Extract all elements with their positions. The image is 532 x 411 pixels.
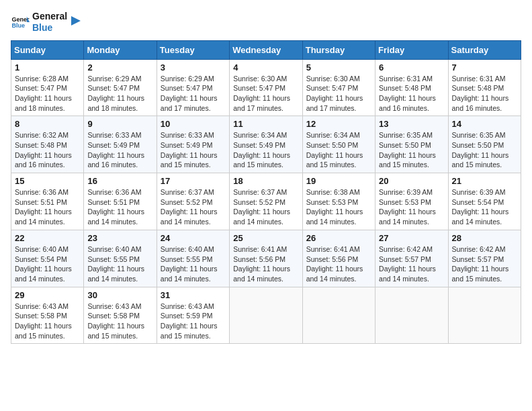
calendar-cell: 11Sunrise: 6:34 AM Sunset: 5:49 PM Dayli… [230, 116, 302, 173]
day-number: 15 [15, 176, 80, 186]
day-number: 11 [233, 119, 298, 129]
day-number: 22 [15, 233, 80, 243]
day-number: 25 [233, 233, 298, 243]
day-info: Sunrise: 6:32 AM Sunset: 5:48 PM Dayligh… [15, 130, 80, 170]
day-number: 8 [15, 119, 80, 129]
calendar-cell [375, 287, 448, 344]
day-number: 24 [161, 233, 226, 243]
calendar-header: SundayMondayTuesdayWednesdayThursdayFrid… [11, 40, 521, 59]
calendar-cell: 19Sunrise: 6:38 AM Sunset: 5:53 PM Dayli… [302, 173, 375, 230]
day-number: 20 [379, 176, 444, 186]
day-number: 29 [15, 290, 80, 300]
day-info: Sunrise: 6:43 AM Sunset: 5:59 PM Dayligh… [161, 302, 226, 341]
day-number: 21 [452, 176, 517, 186]
calendar-cell: 23Sunrise: 6:40 AM Sunset: 5:55 PM Dayli… [84, 230, 157, 287]
calendar-cell: 21Sunrise: 6:39 AM Sunset: 5:54 PM Dayli… [448, 173, 521, 230]
day-number: 7 [452, 62, 517, 73]
day-number: 31 [161, 290, 226, 300]
day-number: 23 [87, 233, 152, 243]
calendar-cell: 6Sunrise: 6:31 AM Sunset: 5:48 PM Daylig… [375, 59, 448, 116]
day-number: 2 [87, 62, 152, 73]
day-info: Sunrise: 6:28 AM Sunset: 5:47 PM Dayligh… [15, 74, 80, 113]
day-info: Sunrise: 6:35 AM Sunset: 5:50 PM Dayligh… [452, 130, 517, 170]
column-header-friday: Friday [375, 40, 448, 59]
day-info: Sunrise: 6:43 AM Sunset: 5:58 PM Dayligh… [15, 302, 80, 341]
calendar-cell: 30Sunrise: 6:43 AM Sunset: 5:58 PM Dayli… [84, 287, 157, 344]
day-info: Sunrise: 6:35 AM Sunset: 5:50 PM Dayligh… [379, 130, 444, 170]
calendar-cell: 5Sunrise: 6:30 AM Sunset: 5:47 PM Daylig… [302, 59, 375, 116]
day-number: 27 [379, 233, 444, 243]
day-info: Sunrise: 6:41 AM Sunset: 5:56 PM Dayligh… [233, 244, 298, 284]
calendar-cell: 27Sunrise: 6:42 AM Sunset: 5:57 PM Dayli… [375, 230, 448, 287]
day-number: 3 [161, 62, 226, 73]
day-number: 13 [379, 119, 444, 129]
day-number: 14 [452, 119, 517, 129]
logo-arrow-icon [69, 13, 83, 28]
day-number: 12 [306, 119, 371, 129]
day-number: 30 [87, 290, 152, 300]
day-info: Sunrise: 6:31 AM Sunset: 5:48 PM Dayligh… [379, 74, 444, 113]
day-number: 16 [87, 176, 152, 186]
day-number: 1 [15, 62, 80, 73]
day-info: Sunrise: 6:34 AM Sunset: 5:50 PM Dayligh… [306, 130, 371, 170]
calendar-cell: 24Sunrise: 6:40 AM Sunset: 5:55 PM Dayli… [157, 230, 229, 287]
day-info: Sunrise: 6:36 AM Sunset: 5:51 PM Dayligh… [15, 187, 80, 227]
svg-text:Blue: Blue [11, 22, 25, 29]
svg-marker-3 [71, 16, 81, 26]
day-info: Sunrise: 6:29 AM Sunset: 5:47 PM Dayligh… [161, 74, 226, 113]
day-number: 26 [306, 233, 371, 243]
day-info: Sunrise: 6:39 AM Sunset: 5:53 PM Dayligh… [379, 187, 444, 227]
day-number: 18 [233, 176, 298, 186]
calendar-cell: 10Sunrise: 6:33 AM Sunset: 5:49 PM Dayli… [157, 116, 229, 173]
calendar-cell: 17Sunrise: 6:37 AM Sunset: 5:52 PM Dayli… [157, 173, 229, 230]
day-info: Sunrise: 6:30 AM Sunset: 5:47 PM Dayligh… [306, 74, 371, 113]
day-info: Sunrise: 6:38 AM Sunset: 5:53 PM Dayligh… [306, 187, 371, 227]
calendar-cell: 31Sunrise: 6:43 AM Sunset: 5:59 PM Dayli… [157, 287, 229, 344]
calendar-cell: 2Sunrise: 6:29 AM Sunset: 5:47 PM Daylig… [84, 59, 157, 116]
day-number: 17 [161, 176, 226, 186]
calendar-cell: 7Sunrise: 6:31 AM Sunset: 5:48 PM Daylig… [448, 59, 521, 116]
column-header-wednesday: Wednesday [230, 40, 302, 59]
calendar-week-1: 1Sunrise: 6:28 AM Sunset: 5:47 PM Daylig… [11, 59, 521, 116]
calendar-cell: 12Sunrise: 6:34 AM Sunset: 5:50 PM Dayli… [302, 116, 375, 173]
day-info: Sunrise: 6:40 AM Sunset: 5:55 PM Dayligh… [87, 244, 152, 284]
calendar-cell: 15Sunrise: 6:36 AM Sunset: 5:51 PM Dayli… [11, 173, 84, 230]
day-info: Sunrise: 6:39 AM Sunset: 5:54 PM Dayligh… [452, 187, 517, 227]
calendar-body: 1Sunrise: 6:28 AM Sunset: 5:47 PM Daylig… [11, 59, 521, 344]
day-number: 6 [379, 62, 444, 73]
calendar-cell [448, 287, 521, 344]
calendar-table: SundayMondayTuesdayWednesdayThursdayFrid… [11, 40, 521, 345]
calendar-cell: 16Sunrise: 6:36 AM Sunset: 5:51 PM Dayli… [84, 173, 157, 230]
day-info: Sunrise: 6:37 AM Sunset: 5:52 PM Dayligh… [161, 187, 226, 227]
day-info: Sunrise: 6:34 AM Sunset: 5:49 PM Dayligh… [233, 130, 298, 170]
calendar-cell: 1Sunrise: 6:28 AM Sunset: 5:47 PM Daylig… [11, 59, 84, 116]
day-info: Sunrise: 6:33 AM Sunset: 5:49 PM Dayligh… [87, 130, 152, 170]
calendar-cell: 22Sunrise: 6:40 AM Sunset: 5:54 PM Dayli… [11, 230, 84, 287]
calendar-cell: 3Sunrise: 6:29 AM Sunset: 5:47 PM Daylig… [157, 59, 229, 116]
logo-icon: General Blue [11, 13, 30, 32]
day-info: Sunrise: 6:30 AM Sunset: 5:47 PM Dayligh… [233, 74, 298, 113]
column-header-tuesday: Tuesday [157, 40, 229, 59]
day-info: Sunrise: 6:40 AM Sunset: 5:55 PM Dayligh… [161, 244, 226, 284]
calendar-cell: 4Sunrise: 6:30 AM Sunset: 5:47 PM Daylig… [230, 59, 302, 116]
column-header-monday: Monday [84, 40, 157, 59]
calendar-cell [230, 287, 302, 344]
logo-text-general: General [32, 11, 67, 22]
day-info: Sunrise: 6:29 AM Sunset: 5:47 PM Dayligh… [87, 74, 152, 113]
day-number: 9 [87, 119, 152, 129]
day-number: 5 [306, 62, 371, 73]
calendar-cell: 26Sunrise: 6:41 AM Sunset: 5:56 PM Dayli… [302, 230, 375, 287]
calendar-cell: 14Sunrise: 6:35 AM Sunset: 5:50 PM Dayli… [448, 116, 521, 173]
day-info: Sunrise: 6:31 AM Sunset: 5:48 PM Dayligh… [452, 74, 517, 113]
page-header: General Blue General Blue [11, 11, 521, 34]
day-info: Sunrise: 6:43 AM Sunset: 5:58 PM Dayligh… [87, 302, 152, 341]
day-info: Sunrise: 6:40 AM Sunset: 5:54 PM Dayligh… [15, 244, 80, 284]
day-number: 19 [306, 176, 371, 186]
column-header-sunday: Sunday [11, 40, 84, 59]
calendar-cell: 13Sunrise: 6:35 AM Sunset: 5:50 PM Dayli… [375, 116, 448, 173]
day-info: Sunrise: 6:42 AM Sunset: 5:57 PM Dayligh… [379, 244, 444, 284]
day-info: Sunrise: 6:33 AM Sunset: 5:49 PM Dayligh… [161, 130, 226, 170]
calendar-cell: 8Sunrise: 6:32 AM Sunset: 5:48 PM Daylig… [11, 116, 84, 173]
day-info: Sunrise: 6:36 AM Sunset: 5:51 PM Dayligh… [87, 187, 152, 227]
calendar-cell: 9Sunrise: 6:33 AM Sunset: 5:49 PM Daylig… [84, 116, 157, 173]
